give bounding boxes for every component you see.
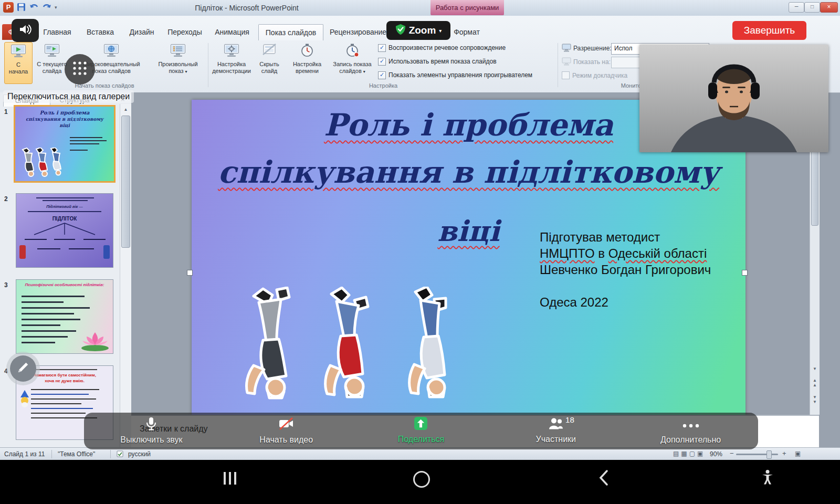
zoom-slider[interactable] [736, 454, 778, 455]
previous-slide-icon[interactable]: ▲▲ [810, 378, 820, 387]
selection-handle[interactable] [187, 270, 193, 276]
checkbox-show-media-controls[interactable]: ✓ [378, 71, 386, 79]
text-line-bar [70, 143, 99, 144]
text-line-bar [36, 197, 94, 198]
status-theme: "Тема Office" [58, 450, 95, 458]
quick-access-dropdown-icon[interactable]: ▾ [55, 5, 57, 10]
custom-slideshow-button[interactable]: Произвольный показ ▾ [151, 42, 205, 83]
tab-insert[interactable]: Вставка [80, 24, 121, 40]
button-label: Запись показа [330, 61, 375, 68]
next-slide-icon[interactable]: ▼▼ [810, 395, 820, 404]
scroll-up-icon[interactable]: ▲ [120, 105, 131, 114]
zoom-meeting-pill[interactable]: Zoom ▾ [386, 21, 450, 40]
status-language[interactable]: русский [128, 450, 151, 458]
grid-dots-icon [72, 60, 88, 78]
powerpoint-app-icon[interactable]: P [3, 2, 14, 13]
fit-to-window-icon[interactable]: ▣ [795, 450, 801, 457]
start-video-button[interactable]: Начать видео [219, 413, 354, 449]
panel-scrollbar-thumb[interactable] [121, 116, 130, 248]
thumb2-heading: Підлітковий вік — [16, 204, 113, 209]
tab-home[interactable]: Главная [37, 24, 78, 40]
webcam-video-tile[interactable] [639, 45, 828, 152]
selection-handle[interactable] [742, 270, 748, 276]
share-screen-icon [414, 416, 428, 433]
text-line-bar [70, 140, 107, 141]
text-line-bar [32, 369, 97, 370]
text-line-bar [25, 239, 47, 240]
scroll-down-icon[interactable]: ▼ [810, 364, 820, 374]
button-label: начала [5, 68, 32, 75]
save-button[interactable] [17, 3, 26, 14]
more-button[interactable]: Дополнительно [623, 413, 758, 449]
grid-controls-fab[interactable] [65, 54, 95, 85]
accessibility-person-icon[interactable] [761, 469, 774, 487]
participants-count-badge: 18 [565, 415, 574, 424]
participants-button[interactable]: 18 Участники [488, 413, 623, 449]
text-line-bar [31, 408, 93, 409]
slide-title-line-2: спілкування в підлітковому [192, 154, 746, 190]
thumb-3-number: 3 [4, 281, 13, 289]
resolution-label: Разрешение: [573, 45, 612, 52]
tab-animations[interactable]: Анимация [209, 24, 255, 40]
record-slideshow-button[interactable]: Запись показа слайдов ▾ [330, 42, 375, 83]
thumb-title-line: віці [15, 123, 114, 128]
redo-button[interactable] [42, 3, 51, 13]
button-label: демонстрации [211, 68, 252, 75]
text-line-bar [83, 239, 106, 240]
recent-apps-icon[interactable] [223, 471, 237, 487]
button-label: времени [287, 68, 328, 75]
thumb2-figure-left [19, 245, 26, 259]
custom-show-list-icon [151, 44, 205, 59]
zoom-out-button[interactable]: − [730, 449, 734, 457]
slide-thumbnail-1[interactable]: Роль і проблема спілкування в підлітково… [14, 105, 116, 183]
thumb-2-number: 2 [4, 195, 13, 203]
thumb3-title: Психофізичні особливості підлітків: [19, 282, 110, 287]
play-monitor-icon [5, 44, 32, 59]
button-label: Настройка [287, 61, 328, 68]
thumb-1-number: 1 [4, 108, 13, 116]
spellcheck-status-icon[interactable] [117, 450, 124, 460]
end-meeting-button[interactable]: Завершить [732, 21, 806, 40]
tab-transitions[interactable]: Переходы [163, 24, 207, 40]
shield-check-icon [395, 24, 406, 37]
thumb2-diagram-arrows [16, 222, 113, 238]
home-icon[interactable] [413, 471, 430, 488]
tab-format[interactable]: Формат [446, 24, 487, 40]
text-line-bar [43, 200, 88, 201]
checkbox-play-narration[interactable]: ✓ [378, 44, 386, 52]
group-label-start: Начать показ слайдов [4, 82, 205, 89]
view-buttons[interactable]: ▤▦▢▣ [673, 450, 705, 457]
minimize-button[interactable]: – [789, 2, 804, 13]
back-icon[interactable] [598, 469, 609, 488]
checkbox-use-timings[interactable]: ✓ [378, 58, 386, 66]
tab-review[interactable]: Рецензирование [324, 24, 392, 40]
microphone-icon [145, 416, 158, 433]
from-beginning-button[interactable]: С начала [4, 42, 33, 84]
setup-slideshow-button[interactable]: Настройка демонстрации [211, 42, 252, 83]
zoom-audio-chip[interactable] [12, 19, 39, 42]
dropdown-caret-icon: ▾ [363, 69, 365, 74]
rehearse-timings-button[interactable]: Настройка времени [287, 42, 328, 83]
button-label: слайд [254, 68, 285, 75]
share-button[interactable]: Поделиться [354, 413, 489, 449]
stopwatch-icon [287, 44, 328, 59]
panel-scrollbar[interactable]: ▲ ▼ [120, 104, 131, 447]
restore-button[interactable]: □ [804, 2, 820, 13]
tab-design[interactable]: Дизайн [123, 24, 161, 40]
slide-thumbnail-2[interactable]: Підлітковий вік — ПІДЛІТОК [16, 193, 113, 268]
hide-slide-button[interactable]: Скрыть слайд [254, 42, 285, 83]
kids-breakdance-image[interactable] [222, 287, 469, 415]
undo-button[interactable] [29, 3, 39, 13]
annotate-pencil-fab[interactable] [6, 352, 40, 385]
text-line-bar [22, 336, 68, 338]
setup-gear-monitor-icon [211, 44, 252, 59]
zoom-in-button[interactable]: + [782, 449, 786, 457]
tab-slideshow[interactable]: Показ слайдов [258, 24, 323, 40]
text-line-bar [31, 413, 86, 414]
button-label: Скрыть [254, 61, 285, 68]
zoom-slider-thumb[interactable] [766, 450, 772, 459]
mute-button[interactable]: Выключить звук [84, 413, 219, 449]
android-navigation-bar [0, 460, 840, 504]
slide-thumbnail-3[interactable]: Психофізичні особливості підлітків: [16, 279, 113, 354]
close-button[interactable]: × [820, 2, 838, 13]
